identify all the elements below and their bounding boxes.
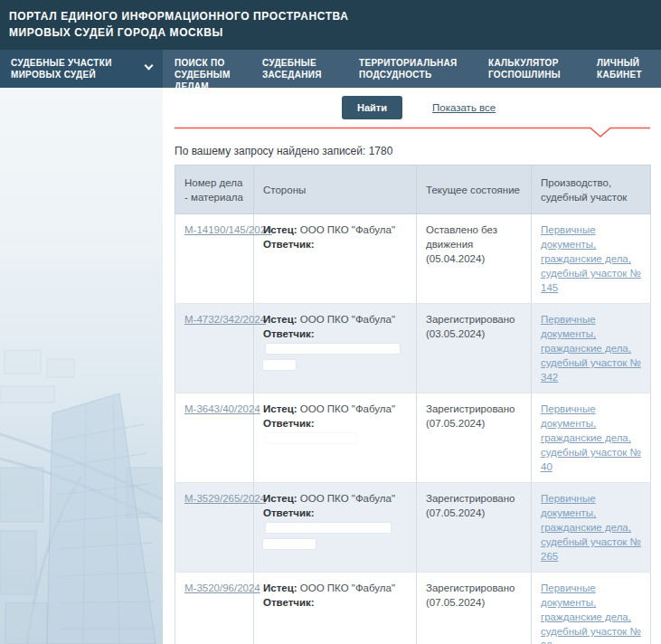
show-all-link[interactable]: Показать все: [432, 102, 496, 113]
case-number-cell: М-3529/265/2024: [175, 483, 254, 573]
parties-cell: Истец: ООО ПКО "Фабула"Ответчик:: [254, 304, 417, 393]
defendant-label: Ответчик:: [263, 239, 315, 250]
plaintiff-line: Истец: ООО ПКО "Фабула": [263, 491, 407, 506]
plaintiff-line: Истец: ООО ПКО "Фабула": [263, 402, 407, 416]
plaintiff-label: Истец:: [263, 224, 297, 235]
table-row: М-14190/145/2024Истец: ООО ПКО "Фабула"О…: [175, 214, 651, 304]
nav-item-territorialnaya[interactable]: ТЕРРИТОРИАЛЬНАЯ ПОДСУДНОСТЬ: [359, 50, 488, 88]
nav-item-label: СУДЕБНЫЕ УЧАСТКИ МИРОВЫХ СУДЕЙ: [11, 57, 119, 88]
status-text: Оставлено без движения: [426, 223, 522, 251]
column-header: Производство, судебный участок: [532, 166, 651, 214]
production-cell: Первичные документы, гражданские дела, с…: [532, 304, 651, 393]
nav-item-zasedaniya[interactable]: СУДЕБНЫЕ ЗАСЕДАНИЯ: [262, 50, 359, 88]
status-text: Зарегистрировано: [426, 491, 522, 506]
nav-item-label: ПОИСК ПО СУДЕБНЫМ ДЕЛАМ: [175, 58, 231, 91]
defendant-line: Ответчик:: [263, 416, 407, 445]
plaintiff-line: Истец: ООО ПКО "Фабула": [263, 312, 407, 327]
redacted-name: [263, 360, 296, 370]
production-cell: Первичные документы, гражданские дела, с…: [532, 573, 651, 644]
status-date: (03.05.2024): [426, 327, 522, 341]
defendant-label: Ответчик:: [263, 418, 315, 429]
parties-cell: Истец: ООО ПКО "Фабула"Ответчик:: [254, 483, 417, 573]
search-button[interactable]: Найти: [342, 96, 402, 119]
plaintiff-line: Истец: ООО ПКО "Фабула": [263, 223, 407, 237]
body: Найти Показать все По вашему запросу най…: [0, 88, 661, 644]
production-cell: Первичные документы, гражданские дела, с…: [532, 393, 651, 483]
production-link[interactable]: Первичные документы, гражданские дела, с…: [541, 582, 641, 644]
case-number-link[interactable]: М-3529/265/2024: [184, 493, 266, 504]
plaintiff-label: Истец:: [263, 582, 297, 593]
production-link[interactable]: Первичные документы, гражданские дела, с…: [541, 224, 641, 293]
main-content: Найти Показать все По вашему запросу най…: [163, 88, 661, 644]
page: ПОРТАЛ ЕДИНОГО ИНФОРМАЦИОННОГО ПРОСТРАНС…: [0, 0, 661, 644]
status-cell: Зарегистрировано(07.05.2024): [417, 573, 532, 644]
defendant-label: Ответчик:: [263, 328, 315, 339]
site-title-line1: ПОРТАЛ ЕДИНОГО ИНФОРМАЦИОННОГО ПРОСТРАНС…: [9, 8, 661, 24]
case-number-link[interactable]: М-14190/145/2024: [184, 224, 272, 235]
table-row: М-3643/40/2024Истец: ООО ПКО "Фабула"Отв…: [175, 393, 651, 483]
redacted-name: [266, 433, 356, 443]
site-title-line2: МИРОВЫХ СУДЕЙ ГОРОДА МОСКВЫ: [9, 24, 661, 41]
nav-item-poisk[interactable]: ПОИСК ПО СУДЕБНЫМ ДЕЛАМ: [175, 50, 262, 88]
defendant-label: Ответчик:: [263, 597, 315, 608]
case-number-link[interactable]: М-4732/342/2024: [184, 314, 266, 325]
defendant-line: Ответчик:: [263, 595, 407, 610]
plaintiff-label: Истец:: [263, 493, 297, 504]
status-cell: Оставлено без движения(05.04.2024): [417, 214, 532, 304]
defendant-line: Ответчик:: [263, 327, 407, 370]
production-cell: Первичные документы, гражданские дела, с…: [532, 214, 651, 304]
status-text: Зарегистрировано: [426, 402, 522, 416]
plaintiff-line: Истец: ООО ПКО "Фабула": [263, 581, 407, 595]
nav-item-label: ТЕРРИТОРИАЛЬНАЯ ПОДСУДНОСТЬ: [359, 58, 457, 80]
defendant-line: Ответчик:: [263, 237, 407, 251]
nav-item-uchastki[interactable]: СУДЕБНЫЕ УЧАСТКИ МИРОВЫХ СУДЕЙ: [0, 50, 163, 88]
table-header-row: Номер дела - материалаСтороныТекущее сос…: [175, 166, 651, 214]
table-row: М-3520/96/2024Истец: ООО ПКО "Фабула"Отв…: [175, 573, 651, 644]
column-header: Номер дела - материала: [175, 166, 254, 214]
status-date: (07.05.2024): [426, 416, 522, 431]
plaintiff-label: Истец:: [263, 314, 297, 325]
redacted-name: [266, 523, 391, 533]
redacted-name: [263, 539, 316, 549]
production-link[interactable]: Первичные документы, гражданские дела, с…: [541, 403, 641, 472]
status-date: (05.04.2024): [426, 251, 522, 266]
production-cell: Первичные документы, гражданские дела, с…: [532, 483, 651, 573]
table-row: М-3529/265/2024Истец: ООО ПКО "Фабула"От…: [175, 483, 651, 573]
status-date: (07.05.2024): [426, 506, 522, 520]
parties-cell: Истец: ООО ПКО "Фабула"Ответчик:: [254, 214, 417, 304]
case-number-cell: М-3520/96/2024: [175, 573, 254, 644]
status-cell: Зарегистрировано(07.05.2024): [417, 393, 532, 483]
status-text: Зарегистрировано: [426, 312, 522, 327]
site-header: ПОРТАЛ ЕДИНОГО ИНФОРМАЦИОННОГО ПРОСТРАНС…: [0, 0, 661, 50]
parties-cell: Истец: ООО ПКО "Фабула"Ответчик:: [254, 573, 417, 644]
nav-item-lichnyy[interactable]: ЛИЧНЫЙ КАБИНЕТ: [597, 50, 661, 88]
city-aerial-illustration: [0, 88, 163, 644]
status-cell: Зарегистрировано(07.05.2024): [417, 483, 532, 573]
status-date: (07.05.2024): [426, 595, 522, 610]
nav-item-kalkulyator[interactable]: КАЛЬКУЛЯТОР ГОСПОШЛИНЫ: [488, 50, 597, 88]
results-count: По вашему запросу найдено записей: 1780: [175, 145, 651, 157]
case-number-cell: М-3643/40/2024: [175, 393, 254, 483]
results-table: Номер дела - материалаСтороныТекущее сос…: [175, 165, 651, 644]
nav-item-label: СУДЕБНЫЕ ЗАСЕДАНИЯ: [262, 58, 322, 80]
search-toolbar: Найти Показать все: [163, 88, 651, 120]
defendant-label: Ответчик:: [263, 507, 315, 518]
case-number-cell: М-14190/145/2024: [175, 214, 254, 304]
case-number-link[interactable]: М-3520/96/2024: [184, 582, 260, 593]
production-link[interactable]: Первичные документы, гражданские дела, с…: [541, 493, 641, 562]
main-nav: СУДЕБНЫЕ УЧАСТКИ МИРОВЫХ СУДЕЙПОИСК ПО С…: [0, 50, 661, 88]
parties-cell: Истец: ООО ПКО "Фабула"Ответчик:: [254, 393, 417, 483]
case-number-cell: М-4732/342/2024: [175, 304, 254, 393]
nav-item-label: ЛИЧНЫЙ КАБИНЕТ: [597, 58, 642, 80]
status-text: Зарегистрировано: [426, 581, 522, 595]
status-cell: Зарегистрировано(03.05.2024): [417, 304, 532, 393]
case-number-link[interactable]: М-3643/40/2024: [184, 403, 260, 414]
table-row: М-4732/342/2024Истец: ООО ПКО "Фабула"От…: [175, 304, 651, 393]
redacted-name: [266, 344, 400, 354]
plaintiff-label: Истец:: [263, 403, 297, 414]
column-header: Стороны: [254, 166, 417, 214]
column-header: Текущее состояние: [417, 166, 532, 214]
production-link[interactable]: Первичные документы, гражданские дела, с…: [541, 314, 641, 383]
defendant-line: Ответчик:: [263, 506, 407, 549]
nav-item-label: КАЛЬКУЛЯТОР ГОСПОШЛИНЫ: [488, 58, 561, 80]
